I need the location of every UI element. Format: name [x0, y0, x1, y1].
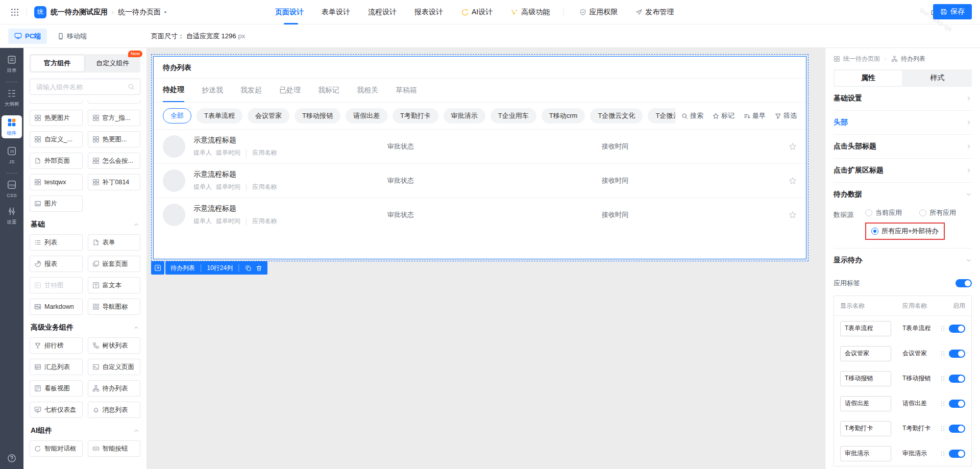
- page-size-value[interactable]: 自适应宽度 1296: [186, 32, 236, 41]
- top-nav-tab[interactable]: 流程设计: [368, 0, 399, 24]
- todo-row[interactable]: 示意流程标题 提单人 提单时间 │ 应用名称 审批状态 接收时间: [154, 163, 806, 198]
- accordion-section[interactable]: 待办数据: [834, 183, 972, 206]
- display-name-input[interactable]: [840, 446, 891, 461]
- top-nav-tab[interactable]: 页面设计: [275, 0, 306, 24]
- todo-list-component[interactable]: 待办列表 待处理 抄送我 我发起 已处理 我标记 我相关: [153, 56, 806, 259]
- component-button[interactable]: testqwx: [30, 174, 83, 190]
- component-button[interactable]: 排行榜: [30, 337, 83, 354]
- breadcrumb-component[interactable]: 待办列表: [901, 55, 925, 63]
- list-action[interactable]: 最早: [744, 111, 766, 120]
- breadcrumb-page[interactable]: 统一待办页面: [843, 55, 880, 63]
- filter-chip[interactable]: 全部: [163, 108, 191, 124]
- top-nav-tab[interactable]: 报表设计: [414, 0, 446, 24]
- section-header-basic[interactable]: 基础: [31, 220, 139, 229]
- component-button[interactable]: 树状列表: [88, 337, 141, 354]
- accordion-section[interactable]: 基础设置: [834, 87, 972, 111]
- component-button[interactable]: Markdown: [30, 299, 83, 315]
- help-icon[interactable]: [7, 454, 16, 463]
- todo-tab[interactable]: 抄送我: [202, 79, 223, 102]
- component-button[interactable]: 七析仪表盘: [30, 402, 83, 418]
- component-search-input[interactable]: [35, 83, 125, 91]
- rail-item[interactable]: 设置: [2, 207, 22, 225]
- drag-handle-icon[interactable]: [940, 400, 946, 407]
- star-icon[interactable]: [789, 177, 797, 185]
- accordion-section[interactable]: 头部: [834, 111, 972, 135]
- tab-properties[interactable]: 属性: [834, 69, 903, 87]
- component-button[interactable]: 自定义_...: [30, 131, 83, 147]
- component-button[interactable]: 怎么会按...: [88, 153, 141, 169]
- component-button[interactable]: 表单: [88, 234, 141, 251]
- todo-tab[interactable]: 我标记: [318, 79, 339, 102]
- enable-toggle[interactable]: [949, 450, 965, 458]
- tab-style[interactable]: 样式: [903, 69, 972, 87]
- design-canvas[interactable]: 待办列表 待处理 抄送我 我发起 已处理 我标记 我相关: [147, 48, 825, 469]
- display-name-input[interactable]: [840, 346, 891, 361]
- filter-chip[interactable]: T企微云文化: [590, 108, 643, 124]
- display-name-input[interactable]: [840, 371, 891, 386]
- trash-icon[interactable]: [256, 265, 262, 271]
- filter-chip[interactable]: 请假出差: [346, 108, 387, 124]
- pc-mode-button[interactable]: PC端: [8, 29, 47, 44]
- tab-custom-components[interactable]: 自定义组件 New: [85, 54, 141, 72]
- app-launcher-icon[interactable]: [10, 8, 19, 17]
- component-button[interactable]: 列表: [30, 234, 83, 251]
- filter-chip[interactable]: 审批清示: [444, 108, 485, 124]
- enable-toggle[interactable]: [949, 350, 965, 358]
- component-button[interactable]: 报表: [30, 256, 83, 272]
- radio-all-apps[interactable]: 所有应用: [919, 208, 956, 217]
- top-nav-tab[interactable]: 应用权限: [579, 0, 620, 24]
- component-button[interactable]: 甘特图: [30, 277, 83, 293]
- section-header-advanced[interactable]: 高级业务组件: [31, 323, 139, 332]
- drag-handle-icon[interactable]: [940, 375, 946, 382]
- component-button[interactable]: 汇总列表: [30, 359, 83, 375]
- top-nav-tab[interactable]: 发布管理: [635, 0, 676, 24]
- todo-tab[interactable]: 草稿箱: [396, 79, 417, 102]
- rail-item[interactable]: 目录: [2, 55, 22, 73]
- filter-chip[interactable]: T企微云大学: [648, 108, 675, 124]
- display-name-input[interactable]: [840, 321, 891, 336]
- component-button[interactable]: 智能按钮: [88, 440, 141, 457]
- component-button[interactable]: 看板视图: [30, 380, 83, 397]
- todo-tab[interactable]: 我发起: [240, 79, 262, 102]
- enable-toggle[interactable]: [949, 400, 965, 408]
- filter-chip[interactable]: T考勤打卡: [393, 108, 438, 124]
- chevron-down-icon[interactable]: [163, 10, 168, 15]
- list-action[interactable]: 标记: [713, 111, 734, 120]
- mobile-mode-button[interactable]: 移动端: [57, 32, 87, 41]
- drag-handle-icon[interactable]: [940, 450, 946, 457]
- component-button[interactable]: 自定义页面: [88, 359, 141, 375]
- filter-chip[interactable]: T移动报销: [295, 108, 340, 124]
- tab-official-components[interactable]: 官方组件: [30, 54, 85, 72]
- filter-chip[interactable]: 会议管家: [248, 108, 289, 124]
- top-nav-tab[interactable]: 高级功能: [510, 0, 564, 24]
- rail-item[interactable]: JS JS: [2, 146, 22, 165]
- component-button-clipped[interactable]: [88, 100, 141, 104]
- component-button[interactable]: 导航图标: [88, 299, 141, 315]
- breadcrumb-page-name[interactable]: 统一待办页面: [118, 8, 161, 17]
- filter-chip[interactable]: T表单流程: [197, 108, 242, 124]
- drag-handle-icon[interactable]: [940, 350, 946, 357]
- copy-icon[interactable]: [245, 265, 252, 271]
- rail-item[interactable]: 大纲树: [2, 89, 22, 107]
- rail-item[interactable]: CSS CSS: [2, 180, 22, 199]
- display-name-input[interactable]: [840, 421, 891, 436]
- drag-handle-icon[interactable]: [940, 325, 946, 332]
- filter-chip[interactable]: T企业用车: [491, 108, 536, 124]
- todo-tab[interactable]: 已处理: [279, 79, 301, 102]
- component-button-clipped[interactable]: [30, 100, 83, 104]
- component-button[interactable]: 智能对话框: [30, 440, 83, 457]
- enable-toggle[interactable]: [949, 325, 965, 333]
- star-icon[interactable]: [789, 142, 797, 151]
- radio-current-app[interactable]: 当前应用: [865, 208, 902, 217]
- display-name-input[interactable]: [840, 396, 891, 411]
- accordion-section[interactable]: 点击头部标题: [834, 135, 972, 159]
- section-header-ai[interactable]: AI组件: [31, 426, 139, 435]
- component-button[interactable]: 官方_指...: [88, 110, 141, 126]
- component-button[interactable]: 补丁0814: [88, 174, 141, 190]
- list-action[interactable]: 筛选: [775, 111, 797, 120]
- component-button[interactable]: 嵌套页面: [88, 256, 141, 272]
- rail-item[interactable]: 组件: [2, 115, 22, 138]
- radio-all-apps-external[interactable]: 所有应用+外部待办: [871, 227, 939, 236]
- todo-row[interactable]: 示意流程标题 提单人 提单时间 │ 应用名称 审批状态 接收时间: [154, 129, 806, 163]
- component-button[interactable]: 待办列表: [88, 380, 141, 397]
